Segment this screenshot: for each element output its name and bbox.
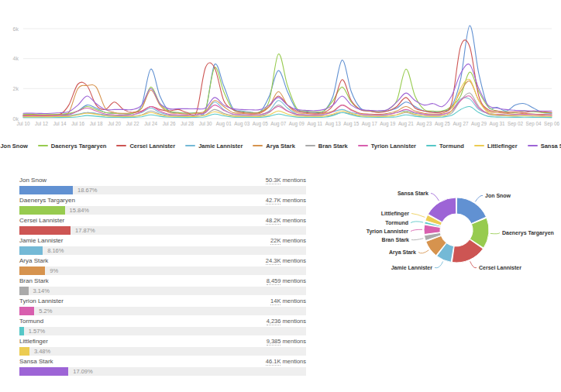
legend-item-tormund[interactable]: Tormund	[426, 143, 464, 150]
legend-item-label: Cersei Lannister	[129, 143, 175, 150]
character-name: Arya Stark	[19, 257, 48, 264]
line-chart-svg[interactable]: 0k2k4k6kJul 10Jul 12Jul 14Jul 16Jul 18Ju…	[0, 0, 561, 132]
donut-callout-line	[431, 194, 439, 201]
x-axis-tick: Aug 09	[289, 121, 305, 127]
ranking-row-header: Jamie Lannister22K mentions	[19, 237, 306, 245]
legend-color-dash-icon	[185, 145, 195, 146]
x-axis-tick: Aug 31	[489, 121, 504, 127]
mentions-count[interactable]: 46.1K mentions	[266, 358, 306, 365]
ranking-row-tormund: Tormund4,236 mentions1.57%	[19, 318, 306, 335]
percent-bar-track: 17.87%	[19, 226, 306, 235]
mentions-count[interactable]: 9,385 mentions	[267, 338, 306, 345]
mentions-count-value[interactable]: 22K	[270, 237, 280, 245]
mentions-count[interactable]: 50.3K mentions	[266, 177, 306, 184]
mentions-count[interactable]: 48.2K mentions	[266, 217, 306, 224]
donut-label-jamie-lannister: Jamie Lannister	[391, 265, 433, 270]
mentions-line-chart: 0k2k4k6kJul 10Jul 12Jul 14Jul 16Jul 18Ju…	[0, 0, 561, 132]
percent-bar-fill	[19, 246, 43, 255]
mentions-count[interactable]: 22K mentions	[270, 237, 306, 244]
series-line-tyrion-lannister[interactable]	[23, 96, 552, 116]
ranking-row-cersei-lannister: Cersei Lannister48.2K mentions17.87%	[19, 217, 306, 235]
donut-label-cersei-lannister: Cersei Lannister	[479, 265, 521, 270]
legend-item-jamie-lannister[interactable]: Jamie Lannister	[185, 143, 243, 150]
x-axis-tick: Jul 26	[163, 121, 176, 126]
x-axis-tick: Aug 21	[398, 121, 414, 127]
mentions-count-value[interactable]: 50.3K	[266, 177, 281, 184]
percent-bar-fill	[19, 206, 65, 215]
mentions-count-value[interactable]: 9,385	[267, 338, 281, 346]
percent-bar-track: 3.48%	[19, 347, 306, 356]
x-axis-tick: Jul 16	[71, 121, 84, 126]
x-axis-tick: Aug 01	[216, 121, 232, 127]
character-name: Jon Snow	[19, 177, 46, 184]
percent-bar-fill	[19, 367, 68, 376]
mentions-count-value[interactable]: 14K	[270, 297, 280, 305]
legend-item-arya-stark[interactable]: Arya Stark	[253, 143, 295, 150]
mentions-count-value[interactable]: 8,459	[267, 277, 281, 285]
x-axis-tick: Aug 13	[325, 121, 341, 127]
ranking-row-header: Arya Stark24.3K mentions	[19, 257, 306, 265]
ranking-row-header: Littlefinger9,385 mentions	[19, 338, 306, 346]
ranking-row-header: Daenerys Targaryen42.7K mentions	[19, 197, 306, 205]
donut-label-daenerys-targaryen: Daenerys Targaryen	[502, 230, 554, 236]
mentions-count-value[interactable]: 4,236	[267, 318, 281, 325]
legend-item-bran-stark[interactable]: Bran Stark	[305, 143, 348, 150]
legend-item-littlefinger[interactable]: Littlefinger	[474, 143, 518, 150]
mentions-count-value[interactable]: 24.3K	[266, 257, 281, 265]
percent-label: 17.87%	[75, 227, 95, 234]
character-ranking-list: Jon Snow50.3K mentions18.67%Daenerys Tar…	[19, 177, 306, 378]
percent-label: 3.48%	[34, 348, 50, 355]
donut-label-sansa-stark: Sansa Stark	[398, 191, 428, 196]
ranking-row-header: Tormund4,236 mentions	[19, 318, 306, 325]
legend-color-dash-icon	[116, 145, 126, 146]
x-axis-tick: Jul 24	[144, 121, 157, 126]
legend-item-daenerys-targaryen[interactable]: Daenerys Targaryen	[38, 143, 107, 150]
y-axis-tick: 4k	[13, 56, 19, 61]
character-name: Bran Stark	[19, 277, 49, 284]
mentions-count[interactable]: 24.3K mentions	[266, 257, 306, 264]
donut-callout-line	[470, 261, 477, 268]
donut-label-bran-stark: Bran Stark	[382, 237, 410, 242]
legend-item-cersei-lannister[interactable]: Cersei Lannister	[116, 143, 175, 150]
legend-item-jon-snow[interactable]: Jon Snow	[0, 143, 28, 150]
legend-item-sansa-stark[interactable]: Sansa Stark	[528, 143, 561, 150]
mentions-dashboard: 0k2k4k6kJul 10Jul 12Jul 14Jul 16Jul 18Ju…	[0, 0, 561, 392]
legend-color-dash-icon	[305, 145, 315, 146]
legend-item-tyrion-lannister[interactable]: Tyrion Lannister	[358, 143, 416, 150]
donut-label-tyrion-lannister: Tyrion Lannister	[367, 229, 409, 235]
percent-bar-fill	[19, 347, 29, 356]
mentions-count[interactable]: 4,236 mentions	[267, 318, 306, 325]
ranking-row-header: Bran Stark8,459 mentions	[19, 277, 306, 285]
x-axis-tick: Aug 23	[416, 121, 432, 127]
x-axis-tick: Aug 29	[471, 121, 487, 127]
x-axis-tick: Aug 03	[234, 121, 250, 127]
percent-bar-track: 17.09%	[19, 367, 306, 376]
legend-item-label: Littlefinger	[487, 143, 518, 150]
y-axis-tick: 2k	[13, 86, 19, 91]
ranking-row-header: Cersei Lannister48.2K mentions	[19, 217, 306, 225]
mentions-count-value[interactable]: 42.7K	[266, 197, 281, 205]
x-axis-tick: Sep 02	[508, 121, 523, 127]
percent-label: 17.09%	[73, 368, 92, 375]
mentions-count-value[interactable]: 46.1K	[266, 358, 281, 366]
percent-bar-track: 9%	[19, 266, 306, 275]
x-axis-tick: Jul 18	[90, 121, 103, 126]
percent-bar-fill	[19, 186, 73, 194]
mentions-count[interactable]: 42.7K mentions	[266, 197, 306, 204]
legend-item-label: Arya Stark	[266, 143, 295, 150]
donut-callout-line	[435, 261, 443, 267]
legend-item-label: Bran Stark	[318, 143, 348, 150]
percent-label: 18.67%	[77, 187, 97, 194]
mentions-count-value[interactable]: 48.2K	[266, 217, 281, 225]
donut-callout-line	[475, 195, 483, 201]
percent-bar-fill	[19, 226, 71, 235]
mentions-count[interactable]: 14K mentions	[270, 297, 306, 304]
legend-color-dash-icon	[426, 145, 436, 146]
mentions-count[interactable]: 8,459 mentions	[267, 277, 306, 284]
ranking-row-tyrion-lannister: Tyrion Lannister14K mentions5.2%	[19, 297, 306, 315]
ranking-row-sansa-stark: Sansa Stark46.1K mentions17.09%	[19, 358, 306, 376]
donut-chart-svg: Jon SnowDaenerys TargaryenCersei Lannist…	[333, 175, 561, 291]
percent-bar-track: 18.67%	[19, 186, 306, 194]
percent-bar-fill	[19, 307, 34, 315]
legend-color-dash-icon	[474, 145, 484, 146]
